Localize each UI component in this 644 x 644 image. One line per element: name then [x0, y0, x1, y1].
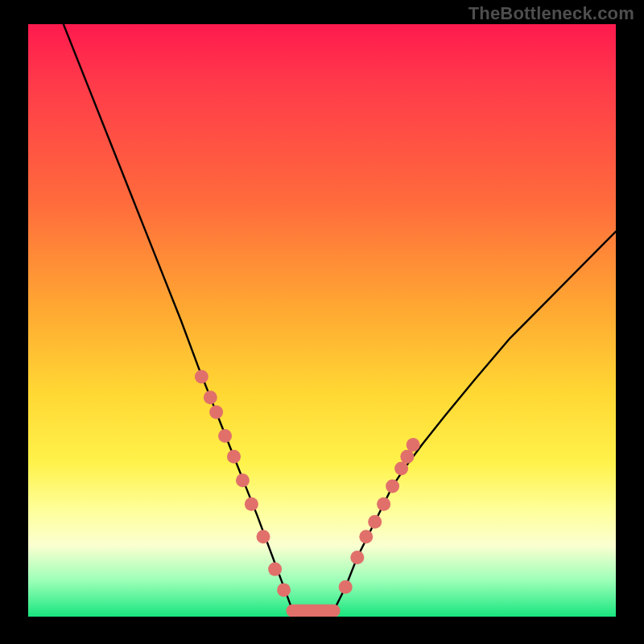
marker-right-dots — [377, 497, 390, 511]
marker-right-dots — [359, 530, 373, 543]
marker-left-dots — [195, 369, 208, 383]
marker-left-dots — [236, 473, 250, 487]
marker-layer — [195, 369, 420, 597]
marker-left-dots — [218, 429, 232, 443]
marker-left-dots — [209, 406, 223, 419]
watermark-text: TheBottleneck.com — [469, 3, 634, 24]
marker-left-dots — [277, 583, 291, 597]
chart-frame: TheBottleneck.com — [0, 0, 644, 644]
series-left-branch — [64, 24, 293, 611]
marker-left-dots — [245, 497, 258, 511]
line-layer — [64, 24, 616, 611]
marker-right-dots — [400, 450, 414, 464]
marker-right-dots — [407, 438, 420, 452]
marker-right-dots — [368, 515, 382, 529]
marker-left-dots — [204, 390, 217, 404]
plot-area — [28, 24, 616, 617]
marker-left-dots — [227, 450, 241, 464]
marker-left-dots — [268, 563, 282, 576]
series-right-branch — [334, 232, 616, 611]
chart-svg — [28, 24, 616, 617]
marker-right-dots — [339, 580, 353, 594]
marker-right-dots — [386, 480, 399, 493]
marker-right-dots — [350, 551, 364, 564]
marker-right-dots — [394, 462, 408, 476]
marker-left-dots — [257, 530, 270, 543]
